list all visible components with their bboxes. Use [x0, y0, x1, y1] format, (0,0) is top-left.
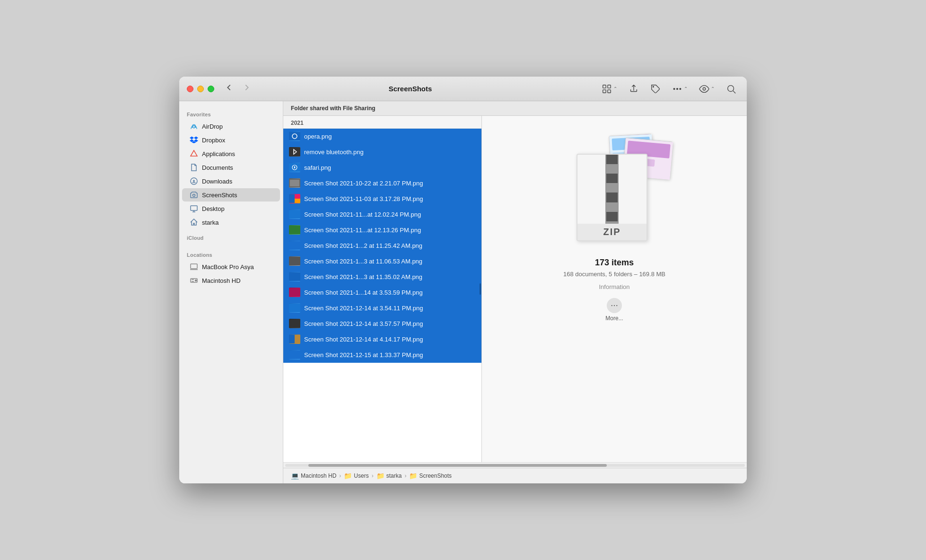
svg-rect-26	[295, 194, 300, 199]
downloads-label: Downloads	[202, 178, 232, 185]
visibility-chevron: ⌃	[711, 86, 715, 91]
macintoshhd-path-icon: 💻	[291, 472, 299, 480]
visibility-button[interactable]: ⌃	[696, 82, 717, 96]
sidebar-item-dropbox[interactable]: Dropbox	[182, 133, 280, 147]
file-item-ss5[interactable]: Screen Shot 2021-1...2 at 11.25.42 AM.pn…	[283, 238, 481, 254]
preview-details: 168 documents, 5 folders – 169.8 MB	[491, 271, 737, 278]
svg-point-47	[612, 305, 612, 306]
svg-rect-32	[289, 272, 300, 281]
sidebar-item-desktop[interactable]: Desktop	[182, 202, 280, 215]
sidebar-item-downloads[interactable]: Downloads	[182, 175, 280, 188]
search-button[interactable]	[723, 82, 739, 96]
file-icon-ss7	[289, 272, 300, 281]
file-item-ss6[interactable]: Screen Shot 2021-1...3 at 11.06.53 AM.pn…	[283, 254, 481, 269]
maximize-button[interactable]	[208, 86, 214, 92]
macbook-label: MacBook Pro Asya	[202, 263, 254, 271]
home-icon	[190, 218, 198, 227]
svg-rect-14	[191, 206, 197, 210]
file-icon-ss4	[289, 225, 300, 235]
svg-point-17	[195, 280, 197, 281]
file-icon-ss2	[289, 194, 300, 203]
macintoshhd-path-label: Macintosh HD	[301, 472, 336, 479]
file-item-opera[interactable]: opera.png	[283, 129, 481, 144]
file-name-ss9: Screen Shot 2021-12-14 at 3.54.11 PM.png	[304, 305, 476, 312]
scrollbar-track[interactable]	[285, 464, 745, 467]
sidebar-item-macbook[interactable]: MacBook Pro Asya	[182, 260, 280, 273]
resize-handle[interactable]	[479, 116, 481, 462]
desktop-label: Desktop	[202, 205, 225, 212]
file-name-ss2: Screen Shot 2021-11-03 at 3.17.28 PM.png	[304, 195, 476, 202]
documents-icon	[190, 163, 198, 172]
file-icon-ss11	[289, 334, 300, 344]
scrollbar-thumb[interactable]	[308, 464, 607, 467]
sidebar-item-screenshots[interactable]: ScreenShots	[182, 188, 280, 201]
svg-rect-15	[191, 264, 197, 269]
file-item-ss3[interactable]: Screen Shot 2021-11...at 12.02.24 PM.png	[283, 207, 481, 222]
file-name-ss11: Screen Shot 2021-12-14 at 4.14.17 PM.png	[304, 336, 476, 343]
file-name-ss7: Screen Shot 2021-1...3 at 11.35.02 AM.pn…	[304, 273, 476, 280]
airdrop-label: AirDrop	[202, 123, 223, 130]
minimize-button[interactable]	[197, 86, 204, 92]
file-item-ss1[interactable]: Screen Shot 2021-10-22 at 2.21.07 PM.png	[283, 175, 481, 191]
file-item-ss8[interactable]: Screen Shot 2021-1...14 at 3.53.59 PM.pn…	[283, 285, 481, 300]
tag-button[interactable]	[647, 82, 664, 96]
path-item-starka[interactable]: 📁 starka	[376, 472, 402, 480]
zip-label: ZIP	[577, 224, 646, 240]
file-item-ss11[interactable]: Screen Shot 2021-12-14 at 4.14.17 PM.png	[283, 332, 481, 347]
file-icon-ss10	[289, 319, 300, 328]
file-item-ss7[interactable]: Screen Shot 2021-1...3 at 11.35.02 AM.pn…	[283, 269, 481, 285]
close-button[interactable]	[187, 86, 193, 92]
sidebar-item-documents[interactable]: Documents	[182, 161, 280, 174]
file-item-bluetooth[interactable]: remove bluetooth.png	[283, 144, 481, 160]
content-body: 2021 opera.png remove bluetooth.png	[283, 116, 747, 462]
svg-point-7	[680, 88, 681, 89]
svg-rect-34	[289, 304, 300, 312]
svg-rect-38	[289, 350, 300, 359]
macbook-icon	[190, 262, 198, 271]
sidebar-item-applications[interactable]: Applications	[182, 147, 280, 160]
airdrop-icon	[190, 122, 198, 131]
file-item-ss12[interactable]: Screen Shot 2021-12-15 at 1.33.37 PM.png	[283, 347, 481, 363]
file-name-ss1: Screen Shot 2021-10-22 at 2.21.07 PM.png	[304, 180, 476, 187]
traffic-lights	[187, 86, 214, 92]
sidebar-item-macintoshhd[interactable]: Macintosh HD	[182, 274, 280, 287]
sidebar-item-starka[interactable]: starka	[182, 216, 280, 229]
file-item-safari[interactable]: safari.png	[283, 160, 481, 175]
sharing-bar: Folder shared with File Sharing	[283, 101, 747, 116]
file-item-ss9[interactable]: Screen Shot 2021-12-14 at 3.54.11 PM.png	[283, 300, 481, 316]
svg-rect-1	[608, 85, 611, 88]
svg-rect-20	[289, 148, 300, 156]
file-name-opera: opera.png	[304, 133, 476, 140]
sharing-text: Folder shared with File Sharing	[291, 105, 376, 112]
path-item-users[interactable]: 📁 Users	[344, 472, 368, 480]
more-button[interactable]: ⌃	[669, 82, 690, 96]
sidebar: Favorites AirDrop Dropbox	[179, 101, 283, 483]
starka-path-icon: 📁	[376, 472, 384, 480]
share-button[interactable]	[626, 82, 642, 96]
horizontal-scrollbar[interactable]	[283, 462, 747, 468]
dropbox-icon	[190, 136, 198, 144]
file-name-ss6: Screen Shot 2021-1...3 at 11.06.53 AM.pn…	[304, 258, 476, 265]
file-item-ss10[interactable]: Screen Shot 2021-12-14 at 3.57.57 PM.png	[283, 316, 481, 332]
view-toggle-button[interactable]: ⌃	[599, 82, 620, 96]
svg-rect-3	[608, 89, 611, 92]
finder-window: ScreenShots ⌃	[179, 77, 747, 483]
file-name-ss3: Screen Shot 2021-11...at 12.02.24 PM.png	[304, 211, 476, 218]
path-sep-1: ›	[339, 472, 341, 479]
more-chevron: ⌃	[684, 86, 688, 91]
macintoshhd-label: Macintosh HD	[202, 277, 241, 284]
more-button[interactable]: More...	[605, 298, 623, 322]
path-item-macintoshhd[interactable]: 💻 Macintosh HD	[291, 472, 336, 480]
file-item-ss4[interactable]: Screen Shot 2021-11...at 12.13.26 PM.png	[283, 222, 481, 238]
more-circle-icon	[607, 298, 622, 313]
svg-rect-28	[289, 210, 300, 219]
preview-panel: ZIP 173 items 168 documents, 5 folders –…	[482, 116, 747, 462]
svg-rect-31	[289, 257, 300, 265]
hd-icon	[190, 276, 198, 285]
svg-point-5	[673, 88, 675, 89]
path-item-screenshots-path[interactable]: 📁 ScreenShots	[409, 472, 452, 480]
sidebar-item-airdrop[interactable]: AirDrop	[182, 120, 280, 133]
starka-path-label: starka	[386, 472, 402, 479]
file-item-ss2[interactable]: Screen Shot 2021-11-03 at 3.17.28 PM.png	[283, 191, 481, 207]
path-sep-3: ›	[404, 472, 406, 479]
